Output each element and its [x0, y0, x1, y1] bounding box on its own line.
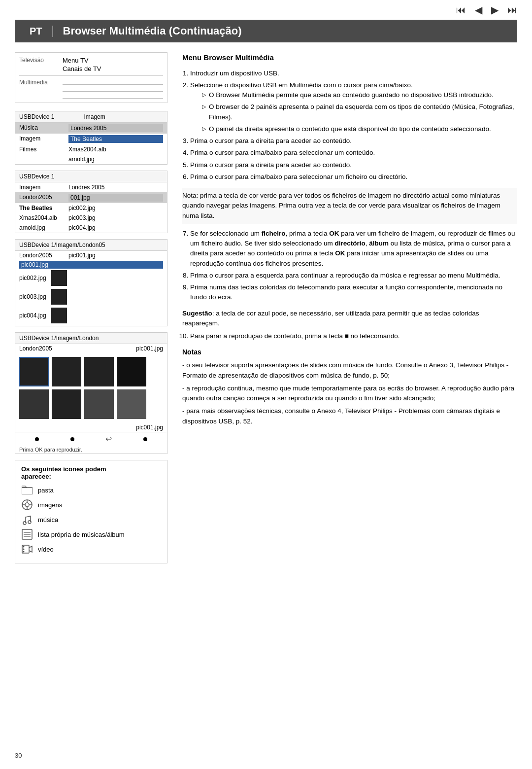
panel4-top-right: pic001.jpg: [136, 345, 163, 352]
svg-point-16: [23, 551, 25, 553]
menu-tv-item: Menu TV: [63, 57, 101, 64]
image-label: imagens: [38, 501, 62, 509]
panel1-row4-right: arnold.jpg: [68, 156, 163, 163]
panel4-thumbnails: [15, 353, 167, 423]
prev-icon[interactable]: ◀: [475, 4, 482, 16]
panel4-thumb-2: [52, 357, 81, 386]
main-content: Televisão Menu TV Canais de TV Multimedi…: [0, 42, 532, 573]
panel1-row2-right: The Beatles: [68, 135, 163, 143]
step2-note-2: O browser de 2 painéis apresenta o paine…: [194, 102, 517, 122]
panel1-row3-right: Xmas2004.alb: [68, 146, 163, 153]
browser-panel-3: USBDevice 1/Imagem/London05 London2005 p…: [15, 239, 167, 326]
panel3-top-row: London2005 pic001.jpg: [15, 251, 167, 260]
step-8: Prima o cursor para a esquerda para cont…: [190, 271, 517, 280]
panel2-row4-right: pic004.jpg: [68, 224, 163, 231]
step-7: Se for seleccionado um ficheiro, prima a…: [190, 229, 517, 269]
page-header: PT Browser Multimédia (Continuação): [15, 20, 517, 42]
svg-point-15: [23, 549, 25, 550]
panel4-thumb-1: [19, 357, 49, 386]
panel1-row1-right: Londres 2005: [68, 124, 163, 132]
prev-prev-icon[interactable]: ⏮: [456, 4, 466, 16]
panel4-header: USBDevice 1/Imagem/London: [15, 333, 167, 344]
panel4-filename: pic001.jpg: [15, 423, 167, 432]
panel1-row-4: arnold.jpg: [15, 154, 167, 164]
right-column: Menu Browser Multimédia Introduzir um di…: [182, 52, 517, 563]
panel2-row2-left: The Beatles: [19, 205, 68, 211]
icon-folder: pasta: [21, 484, 161, 496]
panel2-row0-left: Imagem: [19, 184, 68, 191]
panel3-top-right: pic001.jpg: [68, 252, 163, 259]
notes-section: Notas - o seu televisor suporta apresent…: [182, 347, 517, 426]
note-green-box: Nota: prima a tecla de cor verde para ve…: [182, 188, 517, 224]
panel1-type: Imagem: [84, 113, 105, 120]
canais-tv-item: Canais de TV: [63, 65, 101, 72]
panel2-row-1: London2005 001.jpg: [15, 192, 167, 203]
panel3-header: USBDevice 1/Imagem/London05: [15, 240, 167, 251]
icon-video: vídeo: [21, 543, 161, 555]
panel2-row-2: The Beatles pic002.jpg: [15, 203, 167, 213]
panel2-row-0: Imagem Londres 2005: [15, 182, 167, 192]
step-2: Seleccione o dispositivo USB em Multiméd…: [190, 80, 517, 134]
panel2-row-3: Xmas2004.alb pic003.jpg: [15, 213, 167, 223]
television-label: Televisão: [19, 57, 59, 64]
next-next-icon[interactable]: ⏭: [507, 4, 517, 16]
svg-point-14: [23, 546, 25, 548]
panel4-thumb-4: [117, 357, 146, 386]
ctrl-dot-2: [70, 437, 74, 441]
icon-list: lista própria de músicas/álbum: [21, 528, 161, 540]
panel4-thumb-5: [19, 389, 49, 419]
step-9: Prima numa das teclas coloridas do telec…: [190, 282, 517, 303]
panel1-row3-left: Filmes: [19, 146, 68, 153]
ctrl-replay-icon: ↩: [105, 434, 112, 444]
list-label: lista própria de músicas/álbum: [38, 531, 125, 538]
sugestao-text: Sugestão: a tecla de cor azul pode, se n…: [182, 309, 517, 329]
panel2-row1-left: London2005: [19, 194, 68, 202]
panel4-thumb-8: [117, 389, 146, 419]
panel2-row4-left: arnold.jpg: [19, 224, 68, 231]
step-5: Prima o cursor para a direita para acede…: [190, 160, 517, 170]
top-nav: ⏮ ◀ ▶ ⏭: [0, 0, 532, 20]
lang-badge: PT: [30, 26, 53, 37]
panel4-thumb-7: [84, 389, 114, 419]
list-icon: [21, 528, 33, 540]
steps-list-3: Para parar a reprodução de conteúdo, pri…: [182, 331, 517, 341]
folder-label: pasta: [38, 487, 54, 494]
panel1-row1-left: Música: [19, 124, 68, 132]
multimedia-label: Multimedia: [19, 79, 59, 86]
panel2-row3-right: pic003.jpg: [68, 214, 163, 221]
notes-content: - o seu televisor suporta apresentações …: [182, 360, 517, 426]
music-icon: [21, 514, 33, 525]
panel2-row1-right: 001.jpg: [68, 194, 163, 202]
left-column: Televisão Menu TV Canais de TV Multimedi…: [15, 52, 167, 563]
panel2-row2-right: pic002.jpg: [68, 205, 163, 211]
next-icon[interactable]: ▶: [491, 4, 499, 16]
panel1-device: USBDevice 1: [19, 113, 54, 120]
panel4-thumb-3: [84, 357, 114, 386]
step-10: Para parar a reprodução de conteúdo, pri…: [190, 331, 517, 341]
panel2-row3-left: Xmas2004.alb: [19, 214, 68, 221]
icon-music: música: [21, 514, 161, 525]
step2-note-3: O painel da direita apresenta o conteúdo…: [194, 124, 517, 134]
panel2-row-4: arnold.jpg pic004.jpg: [15, 223, 167, 233]
step-1: Introduzir um dispositivo USB.: [190, 69, 517, 78]
ctrl-dot-3: [143, 437, 147, 441]
music-label: música: [38, 516, 58, 524]
panel3-file-1: pic001.jpg: [19, 261, 163, 269]
panel1-row-1: Música Londres 2005: [15, 123, 167, 134]
panel3-top-left: London2005: [19, 252, 68, 259]
panel1-row2-left: Imagem: [19, 135, 68, 143]
browser-panel-4: USBDevice 1/Imagem/London London2005 pic…: [15, 332, 167, 454]
steps-list-2: Se for seleccionado um ficheiro, prima a…: [182, 229, 517, 303]
panel1-header: USBDevice 1 Imagem: [15, 111, 167, 123]
panel2-header: USBDevice 1: [15, 171, 167, 182]
panel1-row4-left: [19, 156, 68, 163]
panel3-file-2: pic002.jpg: [19, 269, 163, 287]
svg-point-2: [25, 503, 29, 507]
panel3-file-3: pic003.jpg: [19, 287, 163, 306]
ctrl-dot-1: [35, 437, 39, 441]
icons-section: Os seguintes ícones podem aparecee: past…: [15, 460, 167, 563]
browser-panel-1: USBDevice 1 Imagem Música Londres 2005 I…: [15, 111, 167, 165]
panel4-top-left: London2005: [19, 345, 52, 352]
step2-note-1: O Browser Multimédia permite que aceda a…: [194, 90, 517, 100]
note-2: - a reprodução continua, mesmo que mude …: [182, 384, 517, 404]
